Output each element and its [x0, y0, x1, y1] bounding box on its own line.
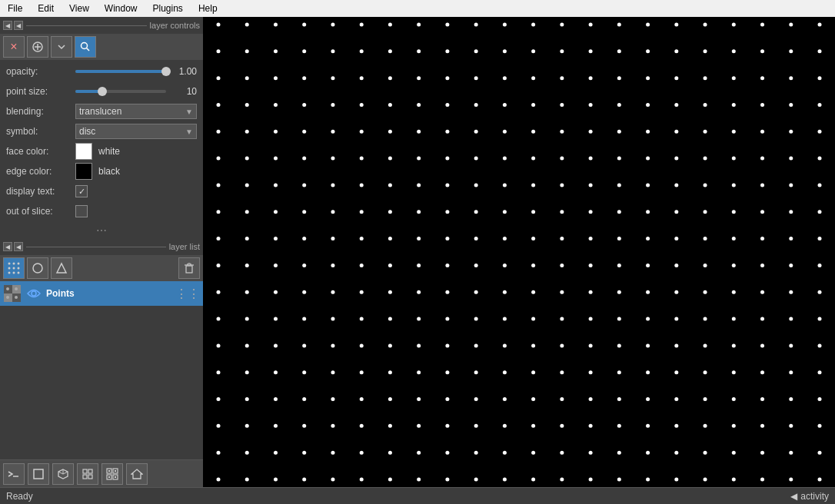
points-tool-button[interactable] — [3, 257, 25, 279]
home-button[interactable] — [126, 463, 148, 485]
svg-point-8 — [8, 267, 11, 270]
layer-toolbar-left — [3, 257, 72, 279]
main-area: ◀ ◀ layer controls × — [0, 17, 835, 487]
2d-view-button[interactable] — [28, 463, 49, 485]
edge-color-label: edge color: — [6, 166, 75, 177]
layer-visibility-icon[interactable] — [25, 284, 43, 303]
opacity-slider-fill — [75, 70, 166, 73]
menu-view[interactable]: View — [65, 2, 94, 15]
edge-color-value: black — [75, 163, 197, 180]
grid-icon — [82, 468, 94, 480]
add-layer-button[interactable] — [27, 36, 48, 58]
svg-rect-35 — [83, 469, 87, 473]
collapse-btn-2[interactable]: ◀ — [14, 21, 23, 30]
blending-dropdown[interactable]: translucen ▼ — [75, 104, 197, 119]
symbol-label: symbol: — [6, 126, 75, 137]
menu-window[interactable]: Window — [100, 2, 142, 15]
blending-value: translucen ▼ — [75, 104, 197, 119]
layer-item-points[interactable]: Points ⋮⋮ — [0, 281, 203, 306]
layer-list-header-line — [26, 247, 166, 247]
activity-label: activity — [800, 491, 829, 502]
header-line — [26, 25, 147, 26]
symbol-dropdown[interactable]: disc ▼ — [75, 124, 197, 139]
blending-dropdown-arrow: ▼ — [185, 108, 193, 116]
point-size-slider-track[interactable] — [75, 90, 166, 93]
svg-rect-44 — [115, 470, 116, 472]
labels-tool-button[interactable] — [51, 257, 72, 279]
svg-rect-16 — [186, 266, 192, 273]
console-button[interactable] — [3, 463, 25, 485]
left-panel: ◀ ◀ layer controls × — [0, 17, 203, 487]
opacity-value: 1.00 — [75, 66, 197, 77]
point-size-slider-thumb[interactable] — [98, 87, 107, 96]
blending-label: blending: — [6, 106, 75, 117]
3d-icon — [57, 468, 69, 480]
layer-controls-title: layer controls — [150, 21, 200, 30]
svg-rect-38 — [88, 475, 92, 479]
shapes-tool-button[interactable] — [27, 257, 48, 279]
face-color-value: white — [75, 143, 197, 160]
status-text: Ready — [6, 491, 33, 502]
out-of-slice-checkbox[interactable] — [75, 205, 88, 217]
opacity-display: 1.00 — [169, 66, 197, 77]
svg-marker-15 — [57, 264, 66, 273]
plus-icon — [32, 41, 44, 53]
svg-point-13 — [18, 272, 20, 274]
activity-button[interactable]: ◀ activity — [790, 491, 829, 502]
menu-edit[interactable]: Edit — [33, 2, 58, 15]
layer-list-section: ◀ ◀ layer list — [0, 238, 203, 459]
face-color-text: white — [98, 146, 120, 157]
svg-rect-45 — [108, 476, 110, 478]
edge-color-swatch[interactable] — [75, 163, 92, 180]
move-layer-button[interactable] — [51, 36, 72, 58]
display-text-control: display text: — [6, 183, 197, 200]
bottom-toolbar — [0, 459, 203, 487]
viewport[interactable] — [203, 17, 835, 487]
multiview-button[interactable] — [101, 463, 123, 485]
menu-file[interactable]: File — [3, 2, 27, 15]
close-layer-button[interactable]: × — [3, 36, 25, 58]
face-color-swatch[interactable] — [75, 143, 92, 160]
menu-help[interactable]: Help — [194, 2, 222, 15]
display-text-label: display text: — [6, 186, 75, 197]
2d-icon — [32, 468, 45, 480]
opacity-slider-track[interactable] — [75, 70, 166, 73]
3d-view-button[interactable] — [52, 463, 74, 485]
svg-point-28 — [15, 296, 18, 299]
svg-marker-47 — [131, 469, 142, 479]
svg-point-27 — [6, 296, 9, 299]
opacity-slider-thumb[interactable] — [161, 67, 171, 76]
layer-controls-header: ◀ ◀ layer controls — [0, 17, 203, 34]
points-icon — [7, 261, 21, 275]
layer-list-collapse-btn-2[interactable]: ◀ — [14, 242, 23, 251]
point-size-control: point size: 10 — [6, 83, 197, 100]
shapes-icon — [31, 261, 45, 275]
symbol-control: symbol: disc ▼ — [6, 123, 197, 140]
dots-canvas — [203, 17, 835, 487]
svg-line-34 — [58, 472, 63, 474]
layer-list-header: ◀ ◀ layer list — [0, 238, 203, 255]
out-of-slice-control: out of slice: — [6, 203, 197, 220]
opacity-label: opacity: — [6, 66, 75, 77]
out-of-slice-label: out of slice: — [6, 206, 75, 217]
controls-body: opacity: 1.00 point size: — [0, 60, 203, 223]
svg-line-33 — [63, 472, 68, 474]
display-text-checkbox[interactable] — [75, 185, 88, 197]
collapse-btn-1[interactable]: ◀ — [3, 21, 12, 30]
svg-rect-43 — [108, 470, 110, 472]
layer-list-collapse-btn-1[interactable]: ◀ — [3, 242, 12, 251]
svg-point-29 — [32, 291, 36, 296]
svg-rect-36 — [88, 469, 92, 473]
more-options-btn[interactable]: ⋯ — [0, 223, 203, 238]
opacity-control: opacity: 1.00 — [6, 63, 197, 80]
blending-control: blending: translucen ▼ — [6, 103, 197, 120]
menu-plugins[interactable]: Plugins — [148, 2, 188, 15]
edge-color-control: edge color: black — [6, 163, 197, 180]
menubar: File Edit View Window Plugins Help — [0, 0, 835, 17]
delete-layer-button[interactable] — [178, 257, 200, 279]
search-button[interactable] — [75, 36, 96, 58]
layer-handle: ⋮⋮ — [175, 287, 200, 301]
grid-view-button[interactable] — [77, 463, 98, 485]
svg-point-11 — [8, 272, 11, 274]
layer-points-icon — [4, 285, 21, 302]
